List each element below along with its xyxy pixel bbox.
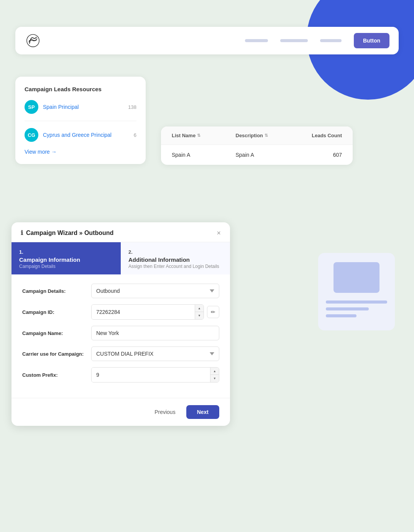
next-button[interactable]: Next bbox=[186, 405, 219, 419]
leads-count-cyprus: 6 bbox=[134, 132, 136, 138]
step-1-number: 1. bbox=[19, 249, 113, 255]
form-row-carrier: Carrier use for Campaign: CUSTOM DIAL PR… bbox=[22, 346, 219, 361]
control-campaign-name bbox=[91, 326, 219, 340]
campaign-id-input[interactable] bbox=[92, 305, 195, 319]
view-more-link[interactable]: View more → bbox=[25, 149, 136, 155]
form-row-campaign-name: Campaign Name: bbox=[22, 326, 219, 340]
leads-count-spain: 138 bbox=[128, 104, 136, 110]
campaign-id-spinner: ▲ ▼ bbox=[91, 304, 204, 320]
campaign-id-edit-button[interactable]: ✏ bbox=[207, 306, 219, 318]
step-1-subtitle: Campaign Details bbox=[19, 264, 113, 269]
table-cell-description: Spain A bbox=[236, 152, 300, 158]
control-campaign-id: ▲ ▼ ✏ bbox=[91, 304, 219, 320]
campaign-id-spinner-buttons: ▲ ▼ bbox=[195, 305, 204, 319]
wizard-steps: 1. Campaign Information Campaign Details… bbox=[12, 242, 230, 274]
custom-prefix-spinner-buttons: ▲ ▼ bbox=[210, 368, 219, 382]
close-button[interactable]: × bbox=[217, 230, 221, 236]
form-row-custom-prefix: Custom Prefix: ▲ ▼ bbox=[22, 367, 219, 383]
table-cell-name: Spain A bbox=[172, 152, 236, 158]
navbar: Button bbox=[15, 27, 399, 54]
custom-prefix-input[interactable] bbox=[92, 368, 210, 382]
select-carrier[interactable]: CUSTOM DIAL PREFIX DEFAULT OTHER bbox=[91, 346, 219, 361]
sort-icon-name[interactable]: ⇅ bbox=[197, 133, 200, 138]
wizard-step-1[interactable]: 1. Campaign Information Campaign Details bbox=[12, 242, 121, 274]
form-row-campaign-details: Campaign Details: Outbound Inbound Blend… bbox=[22, 284, 219, 298]
table-cell-count: 607 bbox=[299, 152, 342, 158]
label-custom-prefix: Custom Prefix: bbox=[22, 372, 91, 378]
campaign-id-up-button[interactable]: ▲ bbox=[195, 305, 204, 312]
doc-line-1 bbox=[326, 300, 387, 304]
previous-button[interactable]: Previous bbox=[148, 406, 181, 418]
leads-divider bbox=[25, 121, 136, 121]
control-custom-prefix: ▲ ▼ bbox=[91, 367, 219, 383]
campaign-name-input[interactable] bbox=[91, 326, 219, 340]
campaign-wizard-modal: ℹ Campaign Wizard » Outbound × 1. Campai… bbox=[12, 222, 230, 426]
wizard-step-2[interactable]: 2. Additional Information Assign then En… bbox=[121, 242, 230, 274]
form-row-campaign-id: Campaign ID: ▲ ▼ ✏ bbox=[22, 304, 219, 320]
table-card: List Name ⇅ Description ⇅ Leads Count Sp… bbox=[161, 126, 353, 165]
nav-link-2[interactable] bbox=[280, 39, 308, 42]
navbar-button[interactable]: Button bbox=[354, 33, 389, 48]
label-campaign-name: Campaign Name: bbox=[22, 330, 91, 336]
nav-link-3[interactable] bbox=[320, 39, 342, 42]
select-campaign-details[interactable]: Outbound Inbound Blended bbox=[91, 284, 219, 298]
table-col-description: Description ⇅ bbox=[236, 133, 300, 138]
label-carrier: Carrier use for Campaign: bbox=[22, 351, 91, 357]
leads-name-cyprus[interactable]: Cyprus and Greece Principal bbox=[43, 132, 129, 138]
control-campaign-details: Outbound Inbound Blended bbox=[91, 284, 219, 298]
table-col-name: List Name ⇅ bbox=[172, 133, 236, 138]
wizard-title: ℹ Campaign Wizard » Outbound bbox=[21, 229, 113, 236]
custom-prefix-up-button[interactable]: ▲ bbox=[210, 368, 219, 375]
wizard-footer: Previous Next bbox=[12, 398, 230, 426]
avatar-spain: SP bbox=[25, 100, 38, 114]
label-campaign-details: Campaign Details: bbox=[22, 288, 91, 294]
custom-prefix-down-button[interactable]: ▼ bbox=[210, 375, 219, 382]
leads-card-title: Campaign Leads Resources bbox=[25, 86, 136, 92]
custom-prefix-spinner: ▲ ▼ bbox=[91, 367, 219, 383]
list-item[interactable]: CG Cyprus and Greece Principal 6 bbox=[25, 128, 136, 142]
step-2-subtitle: Assign then Enter Account and Login Deta… bbox=[128, 264, 222, 269]
wizard-header: ℹ Campaign Wizard » Outbound × bbox=[12, 222, 230, 242]
label-campaign-id: Campaign ID: bbox=[22, 309, 91, 315]
document-card bbox=[318, 253, 395, 330]
leads-card: Campaign Leads Resources SP Spain Princi… bbox=[15, 77, 146, 164]
nav-link-1[interactable] bbox=[245, 39, 268, 42]
table-col-count: Leads Count bbox=[299, 133, 342, 138]
doc-thumbnail bbox=[334, 262, 380, 293]
table-row: Spain A Spain A 607 bbox=[161, 145, 353, 165]
navbar-links: Button bbox=[245, 33, 389, 48]
table-header: List Name ⇅ Description ⇅ Leads Count bbox=[161, 126, 353, 145]
info-icon: ℹ bbox=[21, 229, 23, 236]
step-1-title: Campaign Information bbox=[19, 256, 113, 263]
leads-name-spain[interactable]: Spain Principal bbox=[43, 104, 123, 110]
doc-line-3 bbox=[326, 314, 356, 317]
avatar-cyprus: CG bbox=[25, 128, 38, 142]
doc-line-2 bbox=[326, 307, 369, 310]
wizard-form: Campaign Details: Outbound Inbound Blend… bbox=[12, 274, 230, 398]
control-carrier: CUSTOM DIAL PREFIX DEFAULT OTHER bbox=[91, 346, 219, 361]
list-item[interactable]: SP Spain Principal 138 bbox=[25, 100, 136, 114]
sort-icon-desc[interactable]: ⇅ bbox=[264, 133, 268, 138]
campaign-id-down-button[interactable]: ▼ bbox=[195, 312, 204, 319]
step-2-title: Additional Information bbox=[128, 256, 222, 263]
navbar-logo bbox=[25, 32, 41, 49]
step-2-number: 2. bbox=[128, 249, 222, 255]
